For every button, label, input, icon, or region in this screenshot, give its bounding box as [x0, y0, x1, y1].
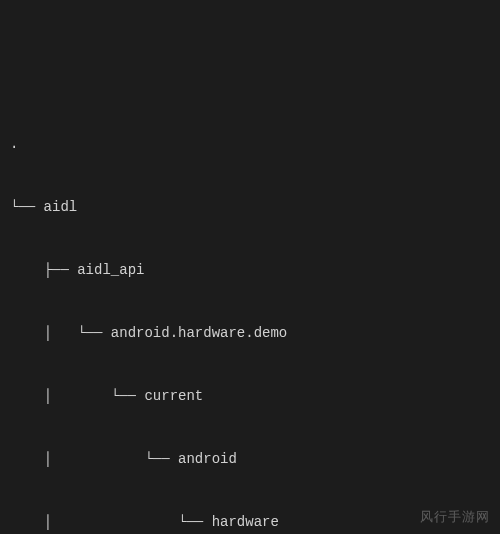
tree-prefix: └──	[10, 199, 44, 215]
tree-row: └── aidl	[10, 197, 490, 218]
tree-row: ├── aidl_api	[10, 260, 490, 281]
tree-prefix: │ └──	[10, 325, 111, 341]
tree-prefix: │ └──	[10, 451, 178, 467]
tree-row: │ └── android.hardware.demo	[10, 323, 490, 344]
tree-output: . └── aidl ├── aidl_api │ └── android.ha…	[10, 92, 490, 534]
dir-android-hardware-demo: android.hardware.demo	[111, 325, 287, 341]
watermark-text: 风行手游网	[420, 507, 490, 527]
tree-row: │ └── current	[10, 386, 490, 407]
tree-prefix: │ └──	[10, 388, 144, 404]
tree-prefix: ├──	[10, 262, 77, 278]
dir-hardware: hardware	[212, 514, 279, 530]
tree-prefix: │ └──	[10, 514, 212, 530]
dir-aidl-api: aidl_api	[77, 262, 144, 278]
tree-root: .	[10, 134, 490, 155]
dir-android: android	[178, 451, 237, 467]
tree-row: │ └── android	[10, 449, 490, 470]
dir-aidl: aidl	[44, 199, 78, 215]
dir-current: current	[144, 388, 203, 404]
tree-row: │ └── hardware	[10, 512, 490, 533]
tree-root-label: .	[10, 136, 18, 152]
